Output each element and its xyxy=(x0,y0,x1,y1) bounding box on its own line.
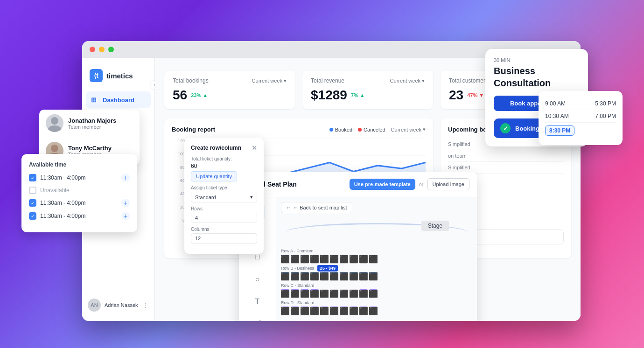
upload-button[interactable]: Upload Image xyxy=(427,178,470,190)
booking-report-title: Booking report xyxy=(172,126,215,133)
row-d-label: Row D - Standard xyxy=(281,300,472,305)
member-item-jonathan[interactable]: Jonathan Majors Team member xyxy=(39,110,140,137)
seat[interactable]: ⬛ xyxy=(330,272,338,280)
seat[interactable]: ⬛ xyxy=(340,255,348,263)
seat[interactable]: ⬛ xyxy=(281,306,289,315)
seat[interactable]: ⬛ xyxy=(320,272,329,280)
avail-title: Available time xyxy=(29,161,130,168)
seat[interactable]: ⬛ xyxy=(320,255,329,263)
seat[interactable]: ⬛ xyxy=(330,289,338,298)
avail-time-3: 11:30am - 4:00pm xyxy=(40,200,118,206)
update-quantity-button[interactable]: Update quantity xyxy=(191,171,237,181)
seat[interactable]: ⬛ xyxy=(281,255,289,263)
seat[interactable]: ⬛ xyxy=(291,289,299,298)
seat[interactable]: ⬛ xyxy=(301,272,309,280)
svg-point-9 xyxy=(51,117,58,125)
time-slot-2b[interactable]: 7:00 PM xyxy=(595,113,616,119)
avail-add-3[interactable]: + xyxy=(121,199,130,207)
stat-change-customers: 47% ▼ xyxy=(467,92,484,98)
booking-duration: 30 MIN xyxy=(494,57,580,63)
seat[interactable]: ⬛ xyxy=(301,306,309,315)
seat[interactable]: ⬛ xyxy=(301,255,309,263)
seat[interactable]: ⬛ xyxy=(340,272,348,280)
y-label: 20 xyxy=(172,205,185,209)
stat-period-revenue[interactable]: Current week ▾ xyxy=(390,78,425,84)
y-label: 100 xyxy=(172,152,185,156)
seat[interactable]: ⬛ xyxy=(320,289,329,298)
seat[interactable]: ⬛ xyxy=(369,255,378,263)
avail-add-1[interactable]: + xyxy=(121,174,130,182)
seat[interactable]: ⬛ xyxy=(310,289,319,298)
time-slot-1a[interactable]: 9:00 AM xyxy=(545,100,566,107)
template-button[interactable]: Use pre-made template xyxy=(350,179,415,190)
seat[interactable]: ⬛ xyxy=(330,255,338,263)
member-info-jonathan: Jonathan Majors Team member xyxy=(68,117,116,130)
legend-canceled: Canceled xyxy=(358,127,385,132)
seat-row-d: Row D - Standard ⬛ ⬛ ⬛ ⬛ ⬛ ⬛ ⬛ ⬛ ⬛ ⬛ xyxy=(281,300,472,315)
popup-rows-input[interactable]: 4 xyxy=(191,213,257,223)
stat-period-bookings[interactable]: Current week ▾ xyxy=(252,78,287,84)
seat[interactable]: ⬛ xyxy=(350,289,358,298)
stat-change-bookings: 23% ▲ xyxy=(191,92,208,98)
seat[interactable]: ⬛ xyxy=(369,272,378,280)
logo: ⟨t timetics xyxy=(82,65,154,91)
seat[interactable]: ⬛ xyxy=(359,306,368,315)
seat[interactable]: ⬛ xyxy=(330,306,338,315)
seat[interactable]: ⬛ xyxy=(369,306,378,315)
seat[interactable]: ⬛ xyxy=(320,306,329,315)
seat-tool-mic[interactable]: 🎤 xyxy=(250,317,265,321)
seat-tool-circle[interactable]: ○ xyxy=(250,272,265,287)
stat-value-revenue: $1289 7% ▲ xyxy=(311,88,425,103)
seat[interactable]: ⬛ xyxy=(340,289,348,298)
time-slot-1b[interactable]: 5:30 PM xyxy=(595,100,616,107)
seat[interactable]: ⬛ xyxy=(359,255,368,263)
avail-checkbox-1[interactable]: ✓ xyxy=(29,174,36,181)
seat[interactable]: ⬛ xyxy=(350,306,358,315)
seat-tool-text[interactable]: T xyxy=(250,294,265,309)
minimize-traffic-light[interactable] xyxy=(99,47,105,52)
sidebar-user[interactable]: AN Adrian Nassek ⋮ xyxy=(82,295,154,315)
seat[interactable]: ⬛ xyxy=(359,272,368,280)
chart-period[interactable]: Current week ▾ xyxy=(391,126,426,132)
seat-modal-body: ⊙ ⊞ □ ○ T 🎤 ← ← Back to seat map list St… xyxy=(239,197,477,321)
popup-field-type: Assign ticket type Standard ▾ xyxy=(191,185,257,202)
seat[interactable]: ⬛ xyxy=(359,289,368,298)
time-slot-2a[interactable]: 10:30 AM xyxy=(545,113,569,119)
or-text: or xyxy=(419,181,424,187)
popup-columns-input[interactable]: 12 xyxy=(191,233,257,244)
seat[interactable]: ⬛ xyxy=(310,272,319,280)
seat[interactable]: ⬛ xyxy=(350,272,358,280)
chevron-down-icon: ▾ xyxy=(422,78,425,84)
avail-checkbox-2[interactable] xyxy=(29,187,36,194)
ticket-type-select[interactable]: Standard ▾ xyxy=(191,192,257,202)
seat[interactable]: ⬛ xyxy=(291,272,299,280)
close-traffic-light[interactable] xyxy=(90,47,95,52)
popup-field-qty: Total ticket quantity: 60 Update quantit… xyxy=(191,156,257,181)
seat[interactable]: ⬛ xyxy=(340,306,348,315)
popup-title: Create row/column ✕ xyxy=(191,144,257,152)
sidebar-item-dashboard[interactable]: ⊞ Dashboard xyxy=(86,91,151,108)
back-to-seat-map-button[interactable]: ← ← Back to seat map list xyxy=(281,202,352,213)
maximize-traffic-light[interactable] xyxy=(108,47,114,52)
availability-card: Available time ✓ 11:30am - 4:00pm + Unav… xyxy=(21,154,137,232)
seat[interactable]: ⬛ xyxy=(310,306,319,315)
time-row-1: 9:00 AM 5:30 PM xyxy=(545,97,616,110)
row-c-seats: ⬛ ⬛ ⬛ ⬛ ⬛ ⬛ ⬛ ⬛ ⬛ ⬛ xyxy=(281,289,472,298)
seat[interactable]: ⬛ xyxy=(291,255,299,263)
seat[interactable]: ⬛ xyxy=(301,289,309,298)
popup-close-icon[interactable]: ✕ xyxy=(252,144,257,152)
popup-field-columns: Columns 12 xyxy=(191,227,257,244)
seat[interactable]: ⬛ xyxy=(369,289,378,298)
seat[interactable]: ⬛ xyxy=(281,289,289,298)
seat[interactable]: ⬛ xyxy=(350,255,358,263)
avail-add-4[interactable]: + xyxy=(121,212,130,220)
avail-time-1: 11:30am - 4:00pm xyxy=(40,174,118,181)
time-slot-3-selected[interactable]: 8:30 PM xyxy=(545,125,574,136)
seat[interactable]: ⬛ xyxy=(281,272,289,280)
user-options-icon[interactable]: ⋮ xyxy=(142,301,149,309)
seat[interactable]: ⬛ xyxy=(291,306,299,315)
seat[interactable]: ⬛ xyxy=(310,255,319,263)
avail-checkbox-4[interactable]: ✓ xyxy=(29,212,36,220)
y-label: 60 xyxy=(172,178,185,183)
avail-checkbox-3[interactable]: ✓ xyxy=(29,199,36,207)
